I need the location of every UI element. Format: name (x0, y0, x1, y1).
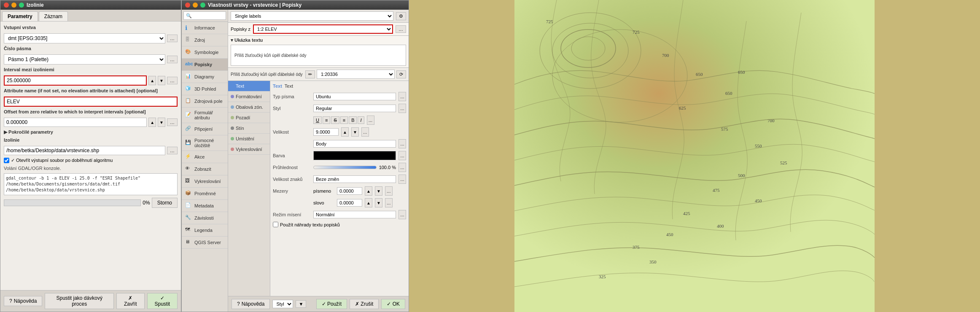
v-close-dot[interactable] (185, 3, 190, 8)
sidebar-item-metadata[interactable]: 📄 Metadata (182, 200, 228, 212)
velikost-up[interactable]: ▲ (341, 127, 349, 137)
format-btn-4[interactable]: ≡ (340, 116, 348, 124)
storno-button[interactable]: Storno (152, 198, 178, 208)
sidebar-item-informace[interactable]: ℹ Informace (182, 22, 228, 34)
minimize-dot[interactable] (11, 3, 16, 8)
cislo-pasma-browse[interactable]: … (167, 56, 178, 63)
sidebar-item-qgis-server[interactable]: 🖥 QGIS Server (182, 237, 228, 249)
props-nav-umisteni[interactable]: Umístění (228, 134, 270, 144)
barva-swatch[interactable] (313, 151, 396, 160)
interval-browse[interactable]: … (167, 77, 178, 84)
props-nav-stin[interactable]: Stín (228, 123, 270, 134)
popisky-z-browse[interactable]: … (396, 25, 406, 33)
pismeno-up[interactable]: ▲ (365, 186, 372, 196)
velikost-input[interactable]: 9.0000 (313, 128, 339, 136)
sidebar-item-popisky[interactable]: abc Popisky (182, 59, 228, 71)
italic-btn[interactable]: I (358, 116, 364, 124)
pouzit-btn[interactable]: ✓ Použít (316, 299, 347, 309)
align-btn[interactable]: ≡ (323, 116, 330, 124)
attr-name-input[interactable]: ELEV (4, 97, 178, 107)
velikost-unit-select[interactable]: Body (313, 140, 396, 148)
offset-input[interactable]: 0.000000 (4, 118, 147, 127)
sidebar-item-pripojeni[interactable]: 🔗 Připojení (182, 123, 228, 135)
close-dot[interactable] (4, 3, 9, 8)
interval-input[interactable]: 25.000000 (4, 75, 147, 86)
sidebar-item-zdroj[interactable]: 🗄 Zdroj (182, 34, 228, 46)
offset-up[interactable]: ▲ (148, 118, 156, 127)
rezim-btn[interactable]: … (398, 210, 406, 219)
preview-edit-btn[interactable]: ✏ (305, 70, 315, 78)
props-nav-formatovani[interactable]: Formátování (228, 91, 270, 102)
pruhlednost-slider[interactable] (313, 166, 377, 169)
preview-scale-select[interactable]: 1:20336 (317, 70, 395, 79)
davkovy-button[interactable]: Spustit jako dávkový proces (45, 293, 114, 309)
sidebar-item-promenne[interactable]: 📦 Proměnné (182, 188, 228, 200)
styl-btn[interactable]: … (398, 104, 406, 113)
sidebar-item-akce[interactable]: ⚡ Akce (182, 151, 228, 163)
pokrocile-header[interactable]: ▶ Pokročilé parametry (4, 129, 178, 135)
styl-dropdown-btn[interactable]: ▼ (296, 300, 306, 308)
sidebar-item-zdrojova-pole[interactable]: 📋 Zdrojová pole (182, 95, 228, 108)
cislo-pasma-select[interactable]: Pásmo 1 (Palette) (4, 54, 165, 65)
offset-browse[interactable]: … (167, 118, 178, 126)
format-extra-btn[interactable]: … (367, 116, 374, 125)
sidebar-item-legenda[interactable]: 🗺 Legenda (182, 224, 228, 237)
sidebar-item-diagramy[interactable]: 📊 Diagramy (182, 71, 228, 83)
typ-pisma-select[interactable]: Ubuntu (313, 93, 396, 100)
label-settings-btn[interactable]: ⚙ (396, 12, 406, 20)
interval-up[interactable]: ▲ (148, 76, 156, 85)
pismeno-input[interactable]: 0.0000 (337, 187, 362, 195)
vstupni-vrstva-select[interactable]: dmt [EPSG:3035] (4, 33, 165, 43)
sidebar-item-zavislosti[interactable]: 🔧 Závislosti (182, 212, 228, 224)
velikost-browse[interactable]: … (361, 127, 369, 137)
typ-pisma-btn[interactable]: … (398, 92, 406, 101)
props-nav-obalova[interactable]: Obalová zón. (228, 102, 270, 113)
popisky-z-select[interactable]: 1:2 ELEV (253, 24, 393, 34)
tab-zaznam[interactable]: Záznam (39, 11, 68, 21)
output-path-input[interactable]: /home/betka/Desktop/data/vrstevnice.shp (4, 146, 165, 155)
props-nav-vykreslovani2[interactable]: Vykreslování (228, 144, 270, 155)
velikost-unit-btn[interactable]: … (398, 139, 406, 148)
slovo-up[interactable]: ▲ (365, 198, 372, 207)
checkbox-open[interactable] (4, 158, 9, 163)
sidebar-item-symbologie[interactable]: 🎨 Symbologie (182, 46, 228, 59)
v-minimize-dot[interactable] (193, 3, 198, 8)
underline-btn[interactable]: U (313, 116, 322, 124)
styl-select-footer[interactable]: Styl (272, 300, 293, 308)
bold-btn[interactable]: B (349, 116, 357, 124)
nav-search-input[interactable] (183, 11, 226, 20)
zavrit-button[interactable]: ✗ Zavřít (116, 293, 145, 309)
maximize-dot[interactable] (19, 3, 24, 8)
velikost-znaku-btn[interactable]: … (398, 175, 406, 184)
napoveda-button[interactable]: ? Nápověda (4, 296, 42, 306)
interval-down[interactable]: ▼ (158, 76, 165, 85)
rezim-select[interactable]: Normální (313, 211, 396, 218)
pismeno-btn[interactable]: … (385, 186, 393, 196)
sidebar-item-3d[interactable]: 🧊 3D Pohled (182, 83, 228, 95)
ok-btn[interactable]: ✓ OK (381, 299, 405, 309)
slovo-input[interactable]: 0.0000 (337, 199, 362, 207)
v-napoveda-btn[interactable]: ? Nápověda (232, 299, 270, 309)
preview-refresh-btn[interactable]: ⟳ (396, 70, 406, 78)
velikost-znaku-select[interactable]: Beze změn (313, 175, 396, 183)
sidebar-item-vykreslovani[interactable]: 🖼 Vykreslování (182, 175, 228, 188)
sidebar-item-pomocne[interactable]: 💾 Pomocné úložiště (182, 135, 228, 151)
strikethrough-btn[interactable]: S (331, 116, 339, 124)
styl-select[interactable]: Regular (313, 105, 396, 112)
zrusit-btn[interactable]: ✗ Zrušit (350, 299, 379, 309)
offset-down[interactable]: ▼ (158, 118, 165, 127)
tab-parametry[interactable]: Parametry (2, 11, 38, 21)
props-nav-text[interactable]: Text (228, 81, 270, 91)
pruhlednost-btn[interactable]: … (398, 163, 406, 172)
sidebar-item-zobrazit[interactable]: 👁 Zobrazit (182, 163, 228, 175)
vstupni-vrstva-browse[interactable]: … (167, 35, 178, 42)
slovo-btn[interactable]: … (385, 198, 393, 207)
slovo-down[interactable]: ▼ (375, 198, 382, 207)
barva-btn[interactable]: … (398, 151, 406, 160)
output-browse[interactable]: … (167, 147, 178, 154)
label-mode-select[interactable]: Single labels (231, 11, 393, 21)
velikost-down[interactable]: ▼ (351, 127, 359, 137)
nahrada-checkbox[interactable] (273, 222, 278, 227)
props-nav-pozadi[interactable]: Pozadí (228, 113, 270, 123)
v-maximize-dot[interactable] (200, 3, 205, 8)
